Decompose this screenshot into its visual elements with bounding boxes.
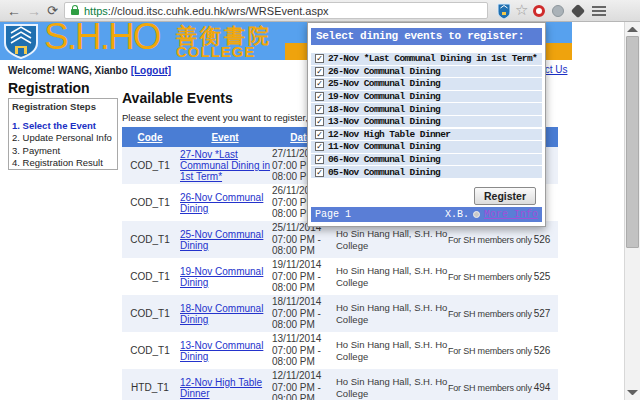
- popup-event-item[interactable]: 12-Nov High Table Dinner: [311, 129, 542, 141]
- event-date: 25/11/2014 07:00 PM - 08:00 PM: [272, 222, 330, 257]
- popup-event-item[interactable]: 11-Nov Communal Dining: [311, 141, 542, 153]
- event-remark: For SH members only: [448, 272, 526, 282]
- event-venue: Ho Sin Hang Hall, S.H. Ho College: [330, 376, 448, 399]
- register-button[interactable]: Register: [474, 187, 536, 205]
- checkbox-checked-icon[interactable]: [315, 155, 324, 164]
- popup-event-label: 13-Nov Communal Dining: [328, 116, 440, 127]
- event-venue: Ho Sin Hang Hall, S.H. Ho College: [330, 228, 448, 251]
- checkbox-checked-icon[interactable]: [315, 130, 324, 139]
- registration-steps-box: Registration Steps 1. Select the Event 2…: [8, 98, 118, 170]
- popup-event-item[interactable]: 26-Nov Communal Dining: [311, 66, 542, 78]
- browser-toolbar: ← → ⟳ https://cloud.itsc.cuhk.edu.hk/wrs…: [0, 0, 640, 22]
- popup-event-label: 26-Nov Communal Dining: [328, 66, 440, 77]
- event-quota: 525: [526, 271, 558, 282]
- popup-event-label: 27-Nov *Last Communal Dining in 1st Term…: [328, 53, 537, 64]
- chrome-menu-icon[interactable]: [592, 6, 606, 16]
- event-code: COD_T1: [122, 345, 178, 356]
- popup-event-label: 06-Nov Communal Dining: [328, 154, 440, 165]
- college-name-text: S.H.HO: [44, 16, 159, 58]
- popup-event-item[interactable]: 25-Nov Communal Dining: [311, 78, 542, 90]
- table-row: HTD_T1 12-Nov High Table Dinner 12/11/20…: [122, 369, 558, 400]
- event-quota: 526: [526, 234, 558, 245]
- college-extension-icon[interactable]: [497, 3, 511, 19]
- event-remark: For SH members only: [448, 346, 526, 356]
- popup-event-item[interactable]: 18-Nov Communal Dining: [311, 103, 542, 115]
- scroll-down-icon[interactable]: [627, 390, 638, 395]
- registration-heading: Registration: [8, 80, 90, 96]
- bookmark-star-icon[interactable]: ☆: [515, 0, 528, 20]
- event-quota: 494: [526, 382, 558, 393]
- url-rest: ://cloud.itsc.cuhk.edu.hk/wrs/WRSEvent.a…: [108, 5, 329, 17]
- welcome-text: Welcome! WANG, Xianbo: [8, 65, 128, 76]
- event-code: COD_T1: [122, 197, 178, 208]
- scroll-up-icon[interactable]: [627, 27, 638, 32]
- scrollbar-thumb[interactable]: [626, 36, 639, 248]
- popup-page-label: Page 1: [315, 209, 351, 220]
- popup-event-item[interactable]: 05-Nov Communal Dining: [311, 166, 542, 178]
- logout-link[interactable]: [Logout]: [131, 65, 172, 76]
- popup-event-label: 18-Nov Communal Dining: [328, 104, 440, 115]
- reload-icon[interactable]: ⟳: [47, 1, 58, 21]
- checkbox-checked-icon[interactable]: [315, 142, 324, 151]
- screen: ← → ⟳ https://cloud.itsc.cuhk.edu.hk/wrs…: [0, 0, 640, 400]
- url-text[interactable]: https://cloud.itsc.cuhk.edu.hk/wrs/WRSEv…: [84, 5, 329, 17]
- checkbox-checked-icon[interactable]: [315, 117, 324, 126]
- popup-event-item[interactable]: 19-Nov Communal Dining: [311, 91, 542, 103]
- checkbox-checked-icon[interactable]: [315, 79, 324, 88]
- popup-footer: Page 1 X.B. More Info: [311, 207, 542, 222]
- popup-event-label: 19-Nov Communal Dining: [328, 91, 440, 102]
- popup-event-item[interactable]: 27-Nov *Last Communal Dining in 1st Term…: [311, 53, 542, 65]
- checkbox-checked-icon[interactable]: [315, 168, 324, 177]
- col-header-event[interactable]: Event: [178, 132, 272, 143]
- globe-extension-icon[interactable]: [552, 5, 564, 17]
- event-link[interactable]: 25-Nov Communal Dining: [180, 229, 263, 251]
- popup-event-item[interactable]: 13-Nov Communal Dining: [311, 116, 542, 128]
- address-bar[interactable]: https://cloud.itsc.cuhk.edu.hk/wrs/WRSEv…: [64, 2, 488, 19]
- sidebar-step-result: 4. Registration Result: [12, 157, 112, 169]
- event-date: 12/11/2014 07:00 PM - 09:00 PM: [272, 370, 330, 400]
- checkbox-checked-icon[interactable]: [315, 92, 324, 101]
- table-row: COD_T1 18-Nov Communal Dining 18/11/2014…: [122, 295, 558, 332]
- steps-box-title: Registration Steps: [12, 101, 96, 112]
- event-link[interactable]: 19-Nov Communal Dining: [180, 266, 263, 288]
- page-scrollbar[interactable]: [624, 22, 640, 400]
- popup-event-label: 12-Nov High Table Dinner: [328, 129, 450, 140]
- popup-event-item[interactable]: 06-Nov Communal Dining: [311, 154, 542, 166]
- event-link[interactable]: 26-Nov Communal Dining: [180, 192, 263, 214]
- https-lock-icon: [71, 9, 79, 15]
- url-scheme: https: [84, 5, 108, 17]
- event-venue: Ho Sin Hang Hall, S.H. Ho College: [330, 339, 448, 362]
- checkbox-checked-icon[interactable]: [315, 105, 324, 114]
- event-link[interactable]: 27-Nov *Last Communal Dining in 1st Term…: [180, 149, 270, 182]
- more-info-link[interactable]: More Info: [484, 209, 538, 220]
- popup-event-label: 05-Nov Communal Dining: [328, 167, 440, 178]
- dining-events-popup: Select dining events to register: 27-Nov…: [307, 22, 546, 227]
- checkbox-checked-icon[interactable]: [315, 67, 324, 76]
- event-link[interactable]: 13-Nov Communal Dining: [180, 340, 263, 362]
- event-code: HTD_T1: [122, 382, 178, 393]
- welcome-line: Welcome! WANG, Xianbo [Logout]: [8, 65, 171, 76]
- back-icon[interactable]: ←: [7, 1, 21, 21]
- adblock-extension-icon[interactable]: [533, 5, 545, 17]
- checkbox-checked-icon[interactable]: [315, 54, 324, 63]
- table-row: COD_T1 19-Nov Communal Dining 19/11/2014…: [122, 258, 558, 295]
- college-logo: [2, 23, 40, 60]
- sidebar-step-payment: 3. Payment: [12, 145, 112, 157]
- event-link[interactable]: 18-Nov Communal Dining: [180, 303, 263, 325]
- event-venue: Ho Sin Hang Hall, S.H. Ho College: [330, 302, 448, 325]
- bullet-icon: [473, 211, 480, 218]
- available-events-heading: Available Events: [122, 90, 233, 106]
- event-link[interactable]: 12-Nov High Table Dinner: [180, 377, 262, 399]
- event-date: 18/11/2014 07:00 PM - 08:00 PM: [272, 296, 330, 331]
- col-header-code[interactable]: Code: [122, 132, 178, 143]
- forward-icon[interactable]: →: [27, 1, 41, 21]
- sidebar-step-update-info: 2. Update Personal Info: [12, 132, 112, 144]
- event-venue: Ho Sin Hang Hall, S.H. Ho College: [330, 265, 448, 288]
- sidebar-step-select-event[interactable]: 1. Select the Event: [12, 120, 112, 132]
- event-code: COD_T1: [122, 234, 178, 245]
- event-code: COD_T1: [122, 308, 178, 319]
- event-date: 13/11/2014 07:00 PM - 08:00 PM: [272, 333, 330, 368]
- table-row: COD_T1 13-Nov Communal Dining 13/11/2014…: [122, 332, 558, 369]
- event-remark: For SH members only: [448, 383, 526, 393]
- dark-extension-icon[interactable]: [571, 4, 585, 18]
